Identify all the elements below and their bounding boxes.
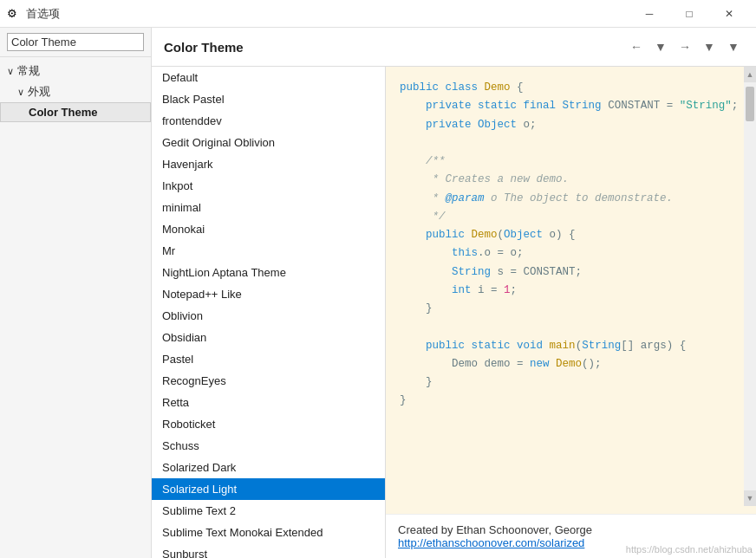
panel-header: Color Theme ← ▼ → ▼ ▼: [152, 28, 756, 67]
description-link[interactable]: http://ethanschoonover.com/solarized: [398, 536, 584, 549]
sidebar-item-changui[interactable]: ∨ 常规: [0, 61, 151, 81]
theme-item-mr[interactable]: Mr: [152, 240, 385, 262]
forward-button[interactable]: →: [675, 36, 695, 57]
search-input[interactable]: [11, 36, 152, 49]
title-bar: ⚙ 首选项 ─ □ ✕: [0, 0, 756, 28]
more-button[interactable]: ▼: [723, 36, 744, 57]
theme-item-sublime-text-monokai-extended[interactable]: Sublime Text Monokai Extended: [152, 522, 385, 543]
main-content: ⤢ ∨ 常规 ∨ 外观 Color Theme Color Theme ← ▼: [0, 28, 756, 558]
theme-item-gedit-original-oblivion[interactable]: Gedit Original Oblivion: [152, 132, 385, 153]
maximize-button[interactable]: □: [669, 0, 709, 28]
sidebar-item-color-theme[interactable]: Color Theme: [0, 102, 151, 122]
theme-item-monokai[interactable]: Monokai: [152, 218, 385, 240]
theme-item-sunburst[interactable]: Sunburst: [152, 543, 385, 558]
sidebar-item-waiguan[interactable]: ∨ 外观: [0, 81, 151, 102]
back-dropdown-button[interactable]: ▼: [650, 36, 671, 57]
app-icon: ⚙: [7, 7, 21, 21]
code-preview: public class Demo { private static final…: [386, 67, 756, 514]
theme-item-inkpot[interactable]: Inkpot: [152, 175, 385, 197]
sidebar-item-label: 外观: [28, 84, 50, 100]
theme-item-obsidian[interactable]: Obsidian: [152, 327, 385, 348]
theme-item-notepadpp-like[interactable]: Notepad++ Like: [152, 283, 385, 305]
theme-item-roboticket[interactable]: Roboticket: [152, 413, 385, 435]
theme-item-oblivion[interactable]: Oblivion: [152, 305, 385, 327]
forward-dropdown-button[interactable]: ▼: [699, 36, 720, 57]
theme-item-black-pastel[interactable]: Black Pastel: [152, 88, 385, 110]
back-button[interactable]: ←: [626, 36, 647, 57]
scroll-track: [744, 82, 756, 490]
scroll-down-button[interactable]: ▼: [744, 490, 756, 506]
theme-item-solarized-light[interactable]: Solarized Light: [152, 478, 385, 500]
theme-item-minimal[interactable]: minimal: [152, 197, 385, 218]
panel-title: Color Theme: [164, 40, 244, 55]
theme-item-nightlion-aptana-theme[interactable]: NightLion Aptana Theme: [152, 262, 385, 283]
theme-item-solarized-dark[interactable]: Solarized Dark: [152, 457, 385, 478]
minimize-button[interactable]: ─: [629, 0, 669, 28]
theme-item-sublime-text-2[interactable]: Sublime Text 2: [152, 500, 385, 522]
scroll-up-button[interactable]: ▲: [744, 67, 756, 82]
chevron-down-icon: ∨: [17, 87, 24, 98]
theme-item-recogneyes[interactable]: RecognEyes: [152, 370, 385, 392]
sidebar-tree: ∨ 常规 ∨ 外观 Color Theme: [0, 57, 151, 558]
sidebar-item-label: 常规: [17, 63, 40, 79]
title-bar-left: ⚙ 首选项: [7, 6, 60, 22]
code-preview-area: public class Demo { private static final…: [386, 67, 756, 558]
theme-item-havenjark[interactable]: Havenjark: [152, 153, 385, 175]
theme-item-retta[interactable]: Retta: [152, 392, 385, 413]
window-controls: ─ □ ✕: [629, 0, 749, 28]
close-button[interactable]: ✕: [709, 0, 749, 28]
panel-body: DefaultBlack PastelfrontenddevGedit Orig…: [152, 67, 756, 558]
theme-item-default[interactable]: Default: [152, 67, 385, 88]
description-area: Created by Ethan Schoonover, George http…: [386, 514, 756, 558]
scroll-thumb[interactable]: [746, 87, 754, 121]
window-title: 首选项: [26, 6, 60, 22]
sidebar: ⤢ ∨ 常规 ∨ 外观 Color Theme: [0, 28, 152, 558]
scrollbar[interactable]: ▲ ▼: [744, 67, 756, 506]
chevron-down-icon: ∨: [7, 66, 14, 77]
description-text: Created by Ethan Schoonover, George: [398, 523, 744, 536]
theme-item-schuss[interactable]: Schuss: [152, 435, 385, 457]
panel-nav: ← ▼ → ▼ ▼: [626, 36, 744, 57]
right-panel: Color Theme ← ▼ → ▼ ▼ DefaultBlack Paste…: [152, 28, 756, 558]
sidebar-search-area: ⤢: [0, 28, 151, 57]
theme-item-frontenddev[interactable]: frontenddev: [152, 110, 385, 132]
search-box[interactable]: ⤢: [7, 33, 144, 51]
theme-item-pastel[interactable]: Pastel: [152, 348, 385, 370]
theme-list: DefaultBlack PastelfrontenddevGedit Orig…: [152, 67, 386, 558]
